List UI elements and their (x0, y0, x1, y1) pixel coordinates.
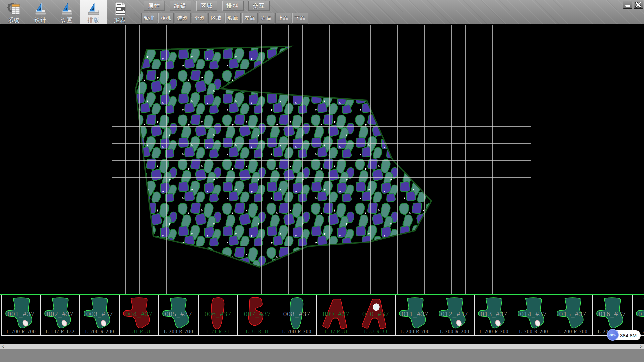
part-cell-014[interactable]: 014_#37L:200 R:200 (514, 295, 554, 336)
part-shape (42, 296, 78, 334)
tool-button-1[interactable]: 聚排 (141, 13, 157, 24)
part-shape (516, 296, 551, 334)
part-cell-009[interactable]: 009_#37L:32 R:31 (317, 295, 357, 336)
main-button-label: 系统 (8, 16, 20, 24)
main-button-label: 设置 (61, 16, 73, 24)
part-shape (279, 296, 314, 334)
part-cell-006[interactable]: 006_#37L:21 R:21 (199, 295, 238, 336)
part-shape (239, 296, 275, 334)
main-button-label: 排版 (88, 16, 100, 24)
part-cell-007[interactable]: 007_#37L:31 R:31 (238, 295, 278, 336)
tool-button-4[interactable]: 全割 (192, 13, 207, 24)
app-window: 系统设计设置排版报表 属性编辑区域排料交互 聚排相机选割全割区域瑕疵左靠右靠上靠… (0, 0, 644, 362)
part-shape (476, 296, 512, 334)
part-shape (82, 296, 117, 334)
nesting-ruler-icon (86, 1, 101, 16)
main-button-2[interactable]: 设计 (27, 0, 54, 24)
tool-button-2[interactable]: 相机 (158, 13, 174, 24)
nested-hide[interactable] (0, 25, 644, 294)
menu-button-1[interactable]: 属性 (144, 1, 165, 11)
parts-list: 001_#37L:700 R:700002_#37L:132 R:132003_… (1, 295, 644, 336)
part-cell-013[interactable]: 013_#37L:200 R:200 (475, 295, 514, 336)
menu-button-5[interactable]: 交互 (248, 1, 270, 11)
toolbar: 系统设计设置排版报表 属性编辑区域排料交互 聚排相机选割全割区域瑕疵左靠右靠上靠… (0, 0, 644, 24)
settings-ruler-icon (60, 1, 74, 16)
part-cell-002[interactable]: 002_#37L:132 R:132 (41, 295, 80, 336)
menu-button-4[interactable]: 排料 (222, 1, 244, 11)
minimize-icon (625, 5, 630, 7)
main-button-1[interactable]: 系统 (1, 0, 27, 24)
part-cell-001[interactable]: 001_#37L:700 R:700 (1, 295, 41, 336)
tool-button-6[interactable]: 瑕疵 (225, 13, 241, 24)
parts-strip: 001_#37L:700 R:700002_#37L:132 R:132003_… (0, 294, 644, 337)
tool-button-7[interactable]: 左靠 (242, 13, 258, 24)
progress-circle: 38% (607, 329, 619, 341)
memory-value: 384.8M (620, 333, 637, 338)
main-button-3[interactable]: 设置 (54, 0, 80, 24)
part-shape (634, 296, 644, 334)
part-cell-004[interactable]: 004_#37L:31 R:31 (120, 295, 159, 336)
part-cell-012[interactable]: 012_#37L:200 R:200 (435, 295, 475, 336)
menu-button-3[interactable]: 区域 (196, 1, 217, 11)
part-shape (200, 296, 235, 334)
part-shape (555, 296, 590, 334)
report-doc-icon (113, 1, 127, 16)
tool-bar: 聚排相机选割全割区域瑕疵左靠右靠上靠下靠 (141, 13, 308, 24)
window-controls (623, 1, 643, 9)
minimize-button[interactable] (623, 1, 632, 9)
system-gear-icon (7, 1, 21, 16)
part-shape (3, 296, 39, 334)
status-bar (0, 349, 644, 362)
nesting-canvas[interactable] (0, 25, 644, 294)
design-ruler-icon (33, 1, 48, 16)
tool-button-9[interactable]: 上靠 (275, 13, 291, 24)
progress-value: 38% (609, 333, 616, 337)
main-button-label: 报表 (114, 16, 126, 24)
part-shape (358, 296, 393, 334)
menu-button-2[interactable]: 编辑 (170, 1, 191, 11)
main-toolbar: 系统设计设置排版报表 (1, 0, 133, 24)
status-badge: 384.8M 38% (607, 330, 641, 340)
part-cell-010[interactable]: 010_#37L:33 R:33 (356, 295, 396, 336)
tool-button-3[interactable]: 选割 (175, 13, 191, 24)
part-shape (318, 296, 354, 334)
part-cell-008[interactable]: 008_#37L:200 R:200 (277, 295, 317, 336)
part-cell-011[interactable]: 011_#37L:200 R:200 (396, 295, 435, 336)
main-button-label: 设计 (35, 16, 47, 24)
scroll-right-button[interactable]: > (638, 344, 644, 349)
part-cell-003[interactable]: 003_#37L:200 R:200 (80, 295, 120, 336)
tool-button-8[interactable]: 右靠 (259, 13, 274, 24)
part-shape (594, 296, 630, 334)
close-icon (635, 2, 641, 8)
hide-outline (136, 46, 431, 267)
close-button[interactable] (634, 1, 643, 9)
part-shape (121, 296, 157, 334)
main-button-5[interactable]: 报表 (107, 0, 133, 24)
part-cell-015[interactable]: 015_#37L:200 R:200 (553, 295, 593, 336)
main-button-4[interactable]: 排版 (80, 0, 107, 24)
tool-button-5[interactable]: 区域 (208, 13, 224, 24)
menu-bar: 属性编辑区域排料交互 (144, 1, 270, 11)
part-shape (437, 296, 472, 334)
part-shape (397, 296, 433, 334)
part-cell-005[interactable]: 005_#37L:200 R:200 (159, 295, 199, 336)
part-shape (160, 296, 196, 334)
scroll-left-button[interactable]: < (0, 344, 6, 349)
tool-button-10[interactable]: 下靠 (292, 13, 308, 24)
horizontal-scrollbar[interactable]: < > (0, 344, 644, 349)
